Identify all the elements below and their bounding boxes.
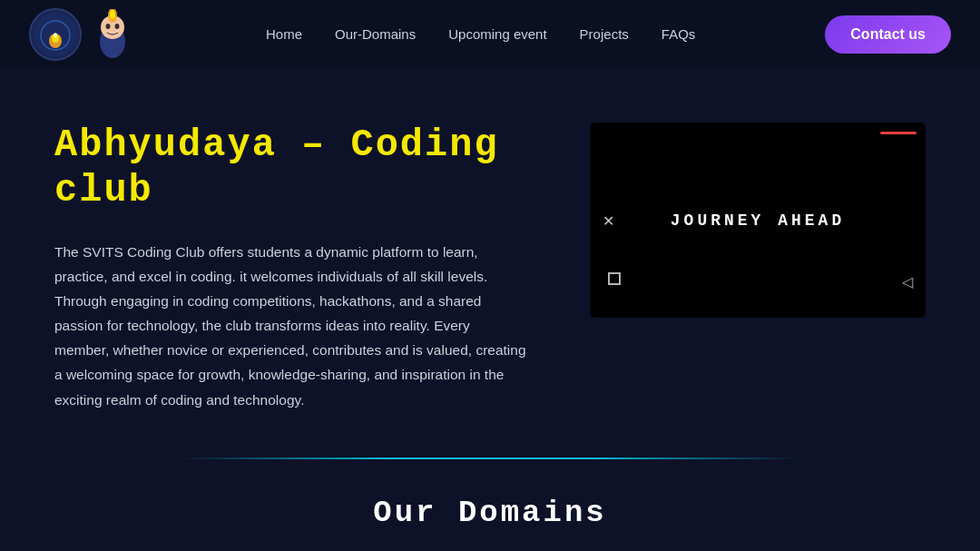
flame-logo-svg (39, 15, 72, 54)
navbar: Home Our-Domains Upcoming event Projects… (0, 0, 980, 68)
nav-link-upcoming-event[interactable]: Upcoming event (448, 26, 546, 42)
video-close-icon: ✕ (603, 212, 614, 229)
nav-item-upcoming-event[interactable]: Upcoming event (448, 26, 546, 43)
nav-link-projects[interactable]: Projects (580, 26, 629, 42)
svg-point-9 (110, 10, 115, 19)
mascot-svg (93, 9, 132, 60)
nav-item-projects[interactable]: Projects (580, 26, 629, 43)
nav-links: Home Our-Domains Upcoming event Projects… (266, 26, 695, 43)
video-text: JOURNEY AHEAD (671, 212, 845, 230)
nav-link-our-domains[interactable]: Our-Domains (335, 26, 416, 42)
video-square-icon (608, 272, 621, 285)
domains-section: Our Domains ⚡ (0, 496, 980, 551)
contact-us-button[interactable]: Contact us (825, 15, 951, 54)
nav-item-faqs[interactable]: FAQs (662, 26, 696, 43)
video-corner-decoration (880, 132, 916, 134)
section-divider (181, 458, 799, 459)
domains-title: Our Domains (54, 496, 926, 530)
nav-link-home[interactable]: Home (266, 26, 302, 42)
nav-item-our-domains[interactable]: Our-Domains (335, 26, 416, 43)
hero-video-box: ✕ ◁ JOURNEY AHEAD (590, 123, 926, 318)
svg-point-3 (54, 33, 57, 38)
hero-description: The SVITS Coding Club offers students a … (54, 240, 526, 412)
logo-group (29, 8, 136, 61)
hero-left-content: Abhyudaya – Coding club The SVITS Coding… (54, 123, 554, 412)
nav-link-faqs[interactable]: FAQs (662, 26, 696, 42)
nav-item-home[interactable]: Home (266, 26, 302, 43)
svg-point-7 (115, 24, 120, 29)
svg-point-6 (106, 24, 111, 29)
logo-circle-1 (29, 8, 82, 61)
hero-title: Abhyudaya – Coding club (54, 123, 554, 214)
video-arrow-icon: ◁ (902, 273, 913, 290)
hero-section: Abhyudaya – Coding club The SVITS Coding… (0, 68, 980, 448)
mascot-logo (89, 8, 136, 61)
